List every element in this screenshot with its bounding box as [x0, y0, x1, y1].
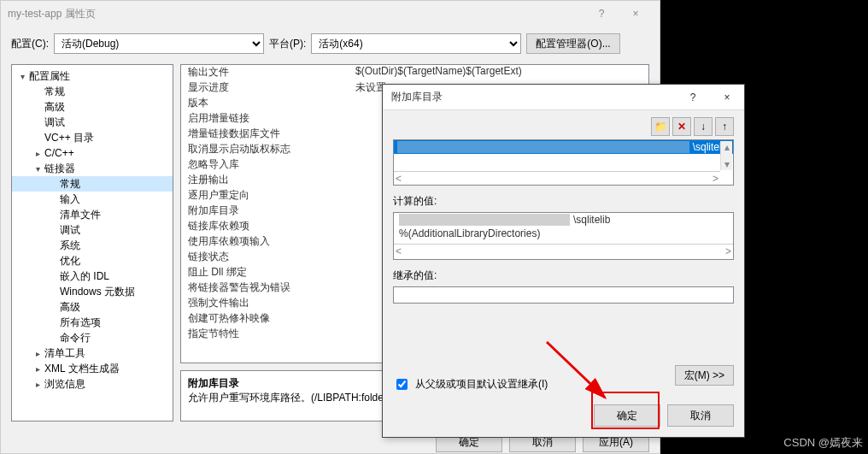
scroll-right-icon: >: [725, 245, 731, 257]
tree-item[interactable]: 系统: [12, 238, 173, 253]
tree-item-label: 常规: [60, 177, 80, 192]
tree-item[interactable]: 高级: [12, 99, 173, 115]
config-manager-button[interactable]: 配置管理器(O)...: [526, 33, 619, 54]
horizontal-scrollbar[interactable]: < >: [394, 171, 720, 185]
property-name: 将链接器警告视为错误: [181, 280, 352, 296]
tree-toggle-icon: ▾: [32, 164, 43, 174]
sub-cancel-button[interactable]: 取消: [667, 404, 734, 427]
tree-item[interactable]: 所有选项: [12, 315, 173, 330]
property-name: 显示进度: [181, 80, 352, 96]
move-down-button[interactable]: ↓: [694, 117, 713, 136]
property-name: 注册输出: [181, 173, 352, 188]
tree-item-label: 调试: [44, 115, 65, 130]
sub-help-button[interactable]: ?: [676, 85, 710, 109]
watermark: CSDN @嫣夜来: [783, 435, 863, 451]
evaluated-line: %(AdditionalLibraryDirectories): [394, 227, 733, 240]
tree-item[interactable]: ▸清单工具: [12, 345, 173, 361]
tree-item[interactable]: 常规: [12, 176, 173, 192]
property-name: 链接状态: [181, 250, 352, 265]
tree-item[interactable]: ▾链接器: [12, 161, 173, 176]
tree-item-label: 嵌入的 IDL: [60, 269, 109, 284]
tree-item[interactable]: VC++ 目录: [12, 130, 173, 145]
tree-item[interactable]: ▾配置属性: [12, 68, 173, 84]
tree-item[interactable]: 调试: [12, 115, 173, 130]
inherited-values-box: [393, 286, 734, 304]
property-name: 逐用户重定向: [181, 188, 352, 203]
tree-item-label: 高级: [44, 100, 65, 115]
property-row[interactable]: 输出文件$(OutDir)$(TargetName)$(TargetExt): [181, 65, 648, 80]
property-name: 创建可热修补映像: [181, 311, 352, 327]
property-name: 增量链接数据库文件: [181, 127, 352, 142]
tree-item-label: VC++ 目录: [44, 131, 94, 145]
property-name: 版本: [181, 96, 352, 111]
tree-toggle-icon: ▸: [32, 364, 43, 374]
tree-item-label: 调试: [60, 223, 80, 238]
evaluated-line: \sqlitelib: [394, 213, 733, 227]
horizontal-scrollbar[interactable]: < >: [394, 244, 733, 257]
additional-library-dirs-dialog: 附加库目录 ? × 📁 ✕ ↓ ↑ \sqlitelib ▴ ▾ < > 计算的…: [382, 84, 745, 438]
tree-toggle-icon: ▾: [17, 72, 27, 81]
tree-item[interactable]: 清单文件: [12, 207, 173, 222]
scroll-up-icon: ▴: [724, 141, 730, 153]
paths-listbox[interactable]: \sqlitelib ▴ ▾ < >: [393, 139, 734, 186]
tree-item[interactable]: 嵌入的 IDL: [12, 268, 173, 284]
titlebar: my-test-app 属性页 ? ×: [1, 1, 660, 27]
inherit-checkbox-label[interactable]: 从父级或项目默认设置继承(I): [393, 376, 734, 392]
tree-item[interactable]: 常规: [12, 84, 173, 99]
sub-title: 附加库目录: [391, 90, 676, 104]
move-up-button[interactable]: ↑: [715, 117, 734, 136]
tree-item[interactable]: 优化: [12, 253, 173, 268]
tree-item-label: C/C++: [44, 147, 74, 159]
tree-item-label: 优化: [60, 254, 80, 268]
property-name: 强制文件输出: [181, 296, 352, 311]
tree-item[interactable]: ▸C/C++: [12, 145, 173, 161]
sub-titlebar: 附加库目录 ? ×: [383, 85, 744, 110]
tree-item[interactable]: Windows 元数据: [12, 284, 173, 299]
platform-select[interactable]: 活动(x64): [311, 33, 521, 54]
tree-item-label: 所有选项: [60, 315, 101, 330]
close-button[interactable]: ×: [619, 2, 653, 26]
tree-item-label: 高级: [60, 300, 80, 315]
tree-item[interactable]: ▸XML 文档生成器: [12, 361, 173, 376]
arrow-up-icon: ↑: [722, 121, 727, 133]
window-title: my-test-app 属性页: [8, 7, 584, 21]
tree-item-label: Windows 元数据: [60, 285, 135, 299]
new-line-button[interactable]: 📁: [651, 117, 670, 136]
vertical-scrollbar[interactable]: ▴ ▾: [720, 141, 732, 170]
tree-item[interactable]: 调试: [12, 222, 173, 238]
tree-item[interactable]: ▸浏览信息: [12, 376, 173, 392]
config-select[interactable]: 活动(Debug): [54, 33, 264, 54]
property-name: 链接库依赖项: [181, 219, 352, 234]
config-row: 配置(C): 活动(Debug) 平台(P): 活动(x64) 配置管理器(O)…: [1, 27, 660, 61]
config-label: 配置(C):: [11, 37, 49, 51]
inherit-checkbox[interactable]: [396, 379, 408, 390]
property-name: 使用库依赖项输入: [181, 234, 352, 250]
property-name: 附加库目录: [181, 203, 352, 219]
inherited-label: 继承的值:: [393, 268, 734, 283]
property-name: 忽略导入库: [181, 157, 352, 173]
sub-close-button[interactable]: ×: [710, 85, 744, 109]
property-name: 输出文件: [181, 65, 352, 80]
tree-item[interactable]: 输入: [12, 192, 173, 207]
tree-toggle-icon: ▸: [32, 149, 43, 158]
help-button[interactable]: ?: [584, 2, 619, 26]
tree-item[interactable]: 高级: [12, 299, 173, 315]
tree-item-label: 命令行: [60, 331, 91, 345]
tree-item[interactable]: 命令行: [12, 330, 173, 345]
tree-item-label: 系统: [60, 239, 80, 253]
tree-item-label: 常规: [44, 85, 65, 99]
sub-ok-button[interactable]: 确定: [594, 404, 660, 427]
sub-buttons: 确定 取消: [393, 404, 734, 427]
evaluated-values-box: \sqlitelib %(AdditionalLibraryDirectorie…: [393, 212, 734, 260]
list-item[interactable]: \sqlitelib: [394, 140, 733, 154]
delete-line-button[interactable]: ✕: [672, 117, 691, 136]
property-name: 阻止 Dll 绑定: [181, 265, 352, 280]
sub-bottom: 从父级或项目默认设置继承(I) 确定 取消: [393, 376, 734, 427]
category-tree[interactable]: ▾配置属性常规高级调试VC++ 目录▸C/C++▾链接器常规输入清单文件调试系统…: [11, 64, 173, 422]
property-value: $(OutDir)$(TargetName)$(TargetExt): [352, 65, 648, 80]
tree-item-label: 输入: [60, 192, 80, 207]
tree-item-label: 浏览信息: [44, 377, 85, 392]
sub-body: 📁 ✕ ↓ ↑ \sqlitelib ▴ ▾ < > 计算的值: \sqlite…: [383, 110, 744, 310]
tree-item-label: 配置属性: [29, 69, 70, 84]
sub-toolbar: 📁 ✕ ↓ ↑: [393, 117, 734, 136]
